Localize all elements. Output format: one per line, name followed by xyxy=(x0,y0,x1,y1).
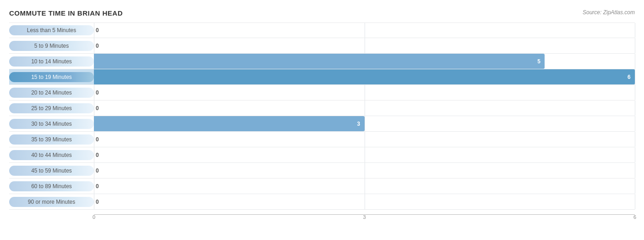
bar-fill xyxy=(94,116,365,131)
bar-value: 0 xyxy=(96,136,99,143)
bar-value: 0 xyxy=(96,105,99,112)
bar-track: 0 xyxy=(94,179,635,194)
bar-row: 40 to 44 Minutes0 xyxy=(9,147,635,163)
bar-row: 60 to 89 Minutes0 xyxy=(9,179,635,194)
bar-row: Less than 5 Minutes0 xyxy=(9,22,635,38)
bar-label: 20 to 24 Minutes xyxy=(9,88,94,98)
bar-label: 5 to 9 Minutes xyxy=(9,41,94,51)
chart-container: COMMUTE TIME IN BRIAN HEAD Source: ZipAt… xyxy=(0,5,644,240)
bar-row: 25 to 29 Minutes0 xyxy=(9,100,635,116)
bar-value: 0 xyxy=(96,89,99,96)
bar-fill xyxy=(94,54,545,69)
bar-label: 10 to 14 Minutes xyxy=(9,56,94,67)
bar-track: 0 xyxy=(94,100,635,116)
bar-track: 0 xyxy=(94,38,635,53)
bar-track: 6 xyxy=(94,69,635,84)
bar-track: 0 xyxy=(94,194,635,209)
bar-label: 40 to 44 Minutes xyxy=(9,150,94,160)
bar-row: 30 to 34 Minutes3 xyxy=(9,116,635,132)
bar-row: 15 to 19 Minutes6 xyxy=(9,69,635,85)
chart-area: Less than 5 Minutes05 to 9 Minutes010 to… xyxy=(9,22,635,222)
bar-label: 30 to 34 Minutes xyxy=(9,119,94,129)
bar-label: 90 or more Minutes xyxy=(9,197,94,207)
bar-value: 3 xyxy=(357,121,360,127)
bar-value: 0 xyxy=(96,27,99,33)
x-axis-tick: 6 xyxy=(633,214,636,220)
bar-row: 20 to 24 Minutes0 xyxy=(9,85,635,100)
bar-row: 5 to 9 Minutes0 xyxy=(9,38,635,54)
x-axis-tick: 0 xyxy=(93,214,95,220)
chart-title: COMMUTE TIME IN BRIAN HEAD xyxy=(9,9,123,17)
bar-value: 0 xyxy=(96,43,99,49)
bar-row: 35 to 39 Minutes0 xyxy=(9,132,635,147)
bar-value: 0 xyxy=(96,199,99,205)
bar-track: 0 xyxy=(94,132,635,147)
bar-row: 90 or more Minutes0 xyxy=(9,194,635,210)
bar-value: 0 xyxy=(96,167,99,174)
bar-label: 45 to 59 Minutes xyxy=(9,166,94,176)
bar-value: 6 xyxy=(628,74,631,80)
x-axis: 036 xyxy=(9,211,635,222)
bar-value: 5 xyxy=(537,58,540,65)
bar-label: 60 to 89 Minutes xyxy=(9,181,94,191)
bar-label: 15 to 19 Minutes xyxy=(9,72,94,82)
chart-source: Source: ZipAtlas.com xyxy=(583,9,635,16)
bar-label: 25 to 29 Minutes xyxy=(9,103,94,113)
x-axis-tick: 3 xyxy=(363,214,366,220)
bar-fill xyxy=(94,69,635,84)
bar-label: Less than 5 Minutes xyxy=(9,25,94,35)
bar-value: 0 xyxy=(96,152,99,158)
bar-track: 0 xyxy=(94,23,635,38)
bar-track: 5 xyxy=(94,54,635,69)
bar-track: 0 xyxy=(94,85,635,100)
bar-track: 0 xyxy=(94,163,635,178)
bar-track: 0 xyxy=(94,147,635,162)
bar-value: 0 xyxy=(96,183,99,190)
bar-row: 45 to 59 Minutes0 xyxy=(9,163,635,179)
bar-track: 3 xyxy=(94,116,635,131)
bar-label: 35 to 39 Minutes xyxy=(9,134,94,145)
chart-header: COMMUTE TIME IN BRIAN HEAD Source: ZipAt… xyxy=(9,9,635,17)
bar-row: 10 to 14 Minutes5 xyxy=(9,54,635,69)
